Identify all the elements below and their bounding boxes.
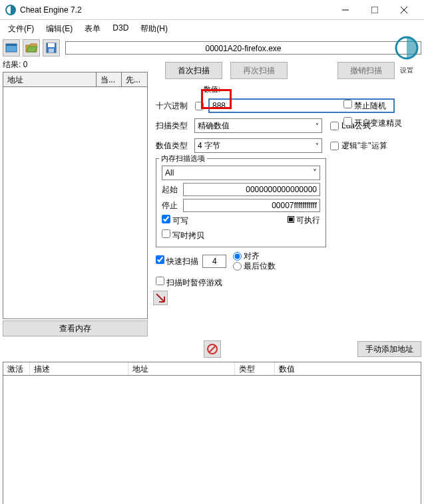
cheat-table[interactable]: 激活 描述 地址 类型 数值 — [3, 362, 421, 504]
close-button[interactable] — [389, 1, 419, 19]
chevron-down-icon: ˅ — [316, 122, 319, 130]
align-radio[interactable] — [233, 252, 242, 261]
start-input[interactable] — [183, 183, 320, 196]
add-to-list-button[interactable] — [153, 291, 168, 305]
executable-checkbox[interactable] — [288, 216, 294, 223]
col-value[interactable]: 数值 — [275, 362, 421, 375]
hex-label: 十六进制 — [156, 100, 189, 112]
maximize-button[interactable] — [360, 1, 389, 19]
value-type-label: 数值类型 — [156, 140, 192, 152]
open-file-button[interactable] — [23, 39, 40, 57]
stop-input[interactable] — [183, 199, 320, 212]
value-type-select[interactable]: 4 字节 ˅ — [194, 138, 322, 153]
value-label: 数值: — [204, 85, 220, 93]
svg-rect-9 — [49, 49, 54, 53]
speedhack-checkbox[interactable] — [343, 117, 352, 126]
undo-scan-button: 撤销扫描 — [337, 62, 395, 79]
menu-edit[interactable]: 编辑(E) — [41, 21, 78, 37]
svg-point-11 — [401, 44, 404, 47]
open-process-button[interactable] — [3, 39, 20, 57]
view-memory-button[interactable]: 查看内存 — [3, 320, 148, 336]
mem-options-title: 内存扫描选项 — [159, 154, 207, 164]
app-icon — [5, 5, 16, 15]
fast-scan-checkbox[interactable] — [156, 255, 164, 264]
hex-checkbox[interactable] — [195, 102, 204, 110]
scan-type-label: 扫描类型 — [156, 120, 192, 132]
menu-help[interactable]: 帮助(H) — [135, 21, 173, 37]
no-random-checkbox[interactable] — [343, 100, 352, 108]
col-address[interactable]: 地址 — [3, 72, 97, 86]
scan-type-select[interactable]: 精确数值 ˅ — [194, 118, 322, 133]
lua-formula-checkbox[interactable] — [330, 122, 339, 130]
col-type[interactable]: 类型 — [235, 362, 275, 375]
menu-d3d[interactable]: D3D — [107, 21, 134, 37]
add-address-button[interactable]: 手动添加地址 — [357, 341, 421, 357]
save-button[interactable] — [43, 39, 60, 57]
col-addr[interactable]: 地址 — [128, 362, 235, 375]
svg-rect-6 — [6, 44, 17, 46]
chevron-down-icon: ˅ — [313, 168, 317, 178]
first-scan-button[interactable]: 首次扫描 — [165, 62, 222, 79]
menu-table[interactable]: 表单 — [79, 21, 106, 37]
results-table[interactable]: 地址 当... 先... — [3, 72, 148, 319]
menu-file[interactable]: 文件(F) — [3, 21, 39, 37]
col-current[interactable]: 当... — [97, 72, 122, 86]
svg-rect-2 — [371, 7, 378, 13]
col-desc[interactable]: 描述 — [30, 362, 128, 375]
next-scan-button: 再次扫描 — [230, 62, 288, 79]
col-previous[interactable]: 先... — [122, 72, 147, 86]
writable-checkbox[interactable] — [162, 215, 170, 223]
chevron-down-icon: ˅ — [316, 142, 319, 150]
results-count: 结果: 0 — [3, 58, 148, 72]
stop-label: 停止 — [162, 200, 180, 211]
start-label: 起始 — [162, 184, 180, 195]
svg-line-13 — [209, 346, 216, 352]
mem-region-select[interactable]: All ˅ — [162, 166, 320, 180]
pause-game-checkbox[interactable] — [156, 277, 164, 285]
col-active[interactable]: 激活 — [3, 362, 30, 375]
copy-on-write-checkbox[interactable] — [162, 229, 170, 238]
window-title: Cheat Engine 7.2 — [20, 5, 331, 15]
delete-icon[interactable] — [204, 340, 221, 358]
not-operator-checkbox[interactable] — [330, 142, 339, 150]
process-name: 00001A20-firefox.exe — [65, 41, 421, 55]
fast-scan-value[interactable] — [202, 255, 226, 268]
svg-rect-8 — [48, 43, 55, 47]
last-digits-radio[interactable] — [233, 262, 242, 271]
minimize-button[interactable] — [331, 1, 360, 19]
